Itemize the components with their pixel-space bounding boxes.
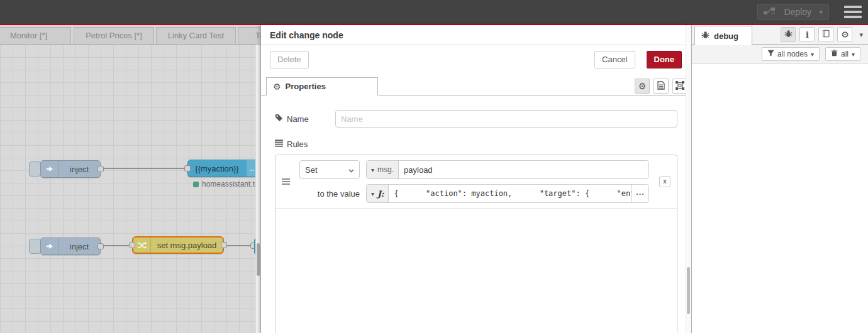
jsonata-type-icon: J: (377, 189, 384, 199)
properties-tab-label: Properties (286, 82, 326, 91)
dialog-header: Edit change node (261, 25, 691, 45)
input-port[interactable] (184, 165, 191, 172)
status-text: homeassistant.togg (202, 180, 260, 188)
chevron-down-icon (348, 165, 354, 175)
deploy-caret-icon[interactable]: ▾ (819, 8, 823, 16)
funnel-icon (767, 50, 774, 58)
node-label: inject (58, 165, 100, 174)
tab-properties[interactable]: ⚙ Properties (266, 77, 378, 96)
wire[interactable] (101, 168, 190, 169)
sidebar-toolbar: i ⚙ ▾ (781, 27, 863, 42)
debug-sidebar: debug (691, 25, 868, 333)
node-inject-1[interactable]: inject (40, 160, 101, 178)
dialog-toolbar: Delete Cancel Done (261, 45, 691, 75)
tab-linky-card-test[interactable]: Linky Card Test (156, 27, 236, 44)
debug-clear-label: all (841, 50, 849, 58)
rule-action-select[interactable]: Set (299, 160, 360, 179)
tab-petrol-prices[interactable]: Petrol Prices [*] (74, 27, 154, 44)
rule-row: Set ▾ msg. x (275, 155, 677, 209)
name-input[interactable] (335, 110, 677, 128)
dialog-tabs: ⚙ Properties ⚙ (261, 77, 691, 96)
rules-label: Rules (287, 139, 308, 149)
done-button[interactable]: Done (647, 51, 682, 68)
status-dot-icon (193, 182, 199, 187)
bug-icon (784, 30, 793, 40)
flow-canvas-pane: Monitor [*] Petrol Prices [*] Linky Card… (0, 25, 260, 333)
caret-down-icon: ▾ (852, 51, 855, 58)
wire[interactable] (223, 245, 253, 246)
debug-tab-label: debug (714, 31, 738, 41)
to-the-value-label: to the value (299, 189, 360, 199)
edit-change-node-dialog: Edit change node Delete Cancel Done ⚙ Pr… (260, 25, 691, 333)
deploy-label: Deploy (781, 7, 814, 17)
name-label-group: Name (275, 114, 335, 124)
rules-list: Set ▾ msg. x (275, 155, 677, 333)
node-label: set msg.payload (151, 241, 223, 250)
canvas-scrollbar-thumb[interactable] (257, 243, 260, 276)
change-shuffle-icon (133, 237, 151, 253)
debug-filter-label: all nodes (777, 50, 808, 58)
property-type-label: msg. (377, 165, 394, 174)
sidebar-menu-caret-icon[interactable]: ▾ (859, 31, 863, 39)
rule-property-input[interactable] (399, 161, 648, 178)
list-icon (275, 139, 283, 149)
rules-label-group: Rules (275, 139, 677, 149)
info-tab-button[interactable]: i (799, 27, 815, 42)
bug-icon (701, 31, 709, 41)
node-inject-2[interactable]: inject (40, 237, 101, 255)
caret-down-icon: ▾ (371, 166, 374, 173)
inject-trigger-button[interactable] (29, 161, 41, 177)
gear-icon: ⚙ (638, 82, 647, 90)
help-tab-button[interactable] (818, 27, 833, 42)
debug-tab-button[interactable] (781, 27, 796, 42)
debug-filterbar: all nodes ▾ all ▾ (692, 45, 868, 64)
deploy-icon (764, 7, 776, 17)
tab-test[interactable]: Test (238, 27, 260, 44)
workspace: Monitor [*] Petrol Prices [*] Linky Card… (0, 25, 868, 333)
trash-icon (831, 50, 838, 58)
caret-down-icon: ▾ (371, 190, 374, 197)
remove-rule-button[interactable]: x (659, 176, 670, 187)
dialog-scrollbar-thumb[interactable] (687, 267, 690, 314)
debug-clear-button[interactable]: all ▾ (825, 47, 860, 61)
output-port[interactable] (97, 243, 104, 249)
node-myaction[interactable]: {{myaction}} ... (187, 160, 260, 177)
node-settings-button[interactable]: ⚙ (635, 79, 650, 94)
inject-trigger-button[interactable] (29, 239, 41, 254)
rule-value-typedinput: ▾ J: { "action": myaction, "target": { "… (366, 184, 649, 203)
tab-monitor[interactable]: Monitor [*] (0, 27, 71, 44)
delete-button[interactable]: Delete (270, 51, 309, 68)
document-icon (657, 81, 665, 92)
main-menu-icon[interactable] (844, 6, 862, 18)
app-header: Deploy ▾ (0, 0, 868, 24)
book-icon (822, 30, 830, 40)
value-type-button[interactable]: ▾ J: (367, 185, 389, 202)
info-icon: i (806, 30, 809, 40)
selection-box-icon (676, 81, 684, 92)
property-type-button[interactable]: ▾ msg. (367, 161, 399, 178)
canvas-scrollbar[interactable] (255, 45, 260, 333)
flow-canvas[interactable]: inject {{myaction}} ... homeassistant.to… (0, 45, 260, 333)
rule-value-expression[interactable]: { "action": myaction, "target": { "entit… (389, 185, 632, 202)
tab-debug[interactable]: debug (694, 26, 752, 45)
deploy-button[interactable]: Deploy ▾ (757, 4, 829, 20)
node-label: inject (58, 242, 100, 251)
cancel-button[interactable]: Cancel (594, 51, 635, 68)
node-label: {{myaction}} (188, 164, 246, 173)
node-set-msg-payload-selected[interactable]: set msg.payload (132, 236, 224, 254)
inject-arrow-icon (41, 238, 58, 254)
node-red-app: Deploy ▾ Monitor [*] Petrol Prices [*] L… (0, 0, 868, 333)
debug-filter-button[interactable]: all nodes ▾ (762, 47, 820, 61)
drag-handle-icon[interactable] (282, 177, 290, 186)
name-label: Name (287, 114, 309, 124)
dialog-title: Edit change node (270, 30, 682, 40)
output-port[interactable] (97, 166, 104, 172)
config-tab-button[interactable]: ⚙ (837, 27, 852, 42)
node-description-button[interactable] (654, 79, 669, 94)
expand-expression-button[interactable]: ... (632, 185, 648, 202)
dialog-scrollbar[interactable] (686, 25, 691, 333)
sidebar-header: debug (692, 25, 868, 45)
inject-arrow-icon (41, 161, 58, 177)
output-port[interactable] (221, 242, 227, 248)
input-port[interactable] (129, 242, 135, 248)
